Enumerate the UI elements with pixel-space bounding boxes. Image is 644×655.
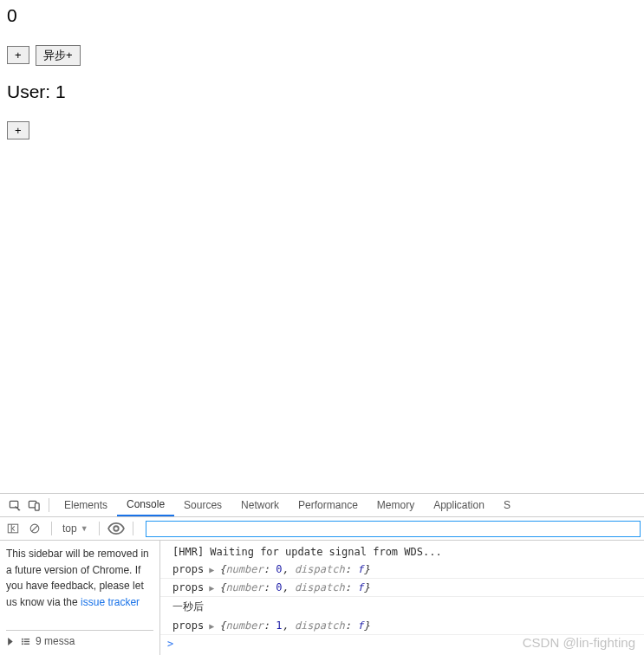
user-label: User: 1: [7, 81, 637, 102]
separator: [49, 498, 49, 512]
svg-line-6: [32, 526, 38, 532]
console-prompt[interactable]: >: [160, 635, 644, 652]
svg-rect-0: [10, 501, 17, 508]
device-toggle-icon[interactable]: [24, 496, 43, 515]
svg-rect-3: [8, 524, 17, 533]
sidebar-notice: This sidebar will be removed in a future…: [6, 546, 153, 610]
disclosure-triangle-icon[interactable]: ▶: [209, 583, 214, 593]
toggle-sidebar-icon[interactable]: [3, 519, 23, 538]
tab-application[interactable]: Application: [424, 495, 494, 516]
log-text: 一秒后: [172, 600, 204, 614]
disclosure-triangle-icon[interactable]: ▶: [209, 565, 214, 574]
tab-overflow[interactable]: S: [494, 495, 520, 516]
separator: [99, 522, 100, 535]
counter-buttons: + 异步+: [7, 45, 637, 66]
issue-tracker-link[interactable]: issue tracker: [81, 596, 140, 608]
tab-memory[interactable]: Memory: [368, 495, 424, 516]
console-sidebar: This sidebar will be removed in a future…: [0, 541, 160, 655]
devtools-panel: Elements Console Sources Network Perform…: [0, 493, 644, 655]
svg-point-8: [22, 639, 23, 640]
user-buttons: +: [7, 121, 637, 139]
svg-point-7: [114, 526, 119, 531]
log-label: props: [172, 563, 204, 575]
live-expression-icon[interactable]: [107, 519, 126, 538]
log-label: props: [172, 619, 204, 632]
separator: [133, 522, 133, 535]
svg-point-10: [22, 641, 23, 643]
sidebar-bottom-row[interactable]: 9 messa: [6, 630, 153, 650]
user-value: 1: [55, 81, 66, 101]
object-preview[interactable]: {number: 0, dispatch: f}: [219, 581, 369, 593]
tab-elements[interactable]: Elements: [55, 495, 117, 516]
user-label-prefix: User:: [7, 81, 55, 101]
chevron-down-icon: ▼: [81, 524, 88, 533]
separator: [51, 522, 52, 535]
svg-rect-2: [35, 503, 39, 509]
inspect-icon[interactable]: [5, 496, 24, 515]
whitespace-filler: [0, 160, 644, 493]
log-row: props ▶ {number: 0, dispatch: f}: [160, 579, 644, 597]
list-icon: [21, 637, 30, 646]
prompt-chevron-icon: >: [167, 638, 173, 650]
tab-sources[interactable]: Sources: [174, 495, 231, 516]
log-row: 一秒后: [160, 597, 644, 617]
sidebar-count-label: 9 messa: [36, 633, 75, 650]
object-preview[interactable]: {number: 1, dispatch: f}: [219, 619, 369, 632]
devtools-body: This sidebar will be removed in a future…: [0, 541, 644, 655]
console-output: [HMR] Waiting for update signal from WDS…: [160, 541, 644, 655]
devtools-tabbar: Elements Console Sources Network Perform…: [0, 494, 644, 517]
svg-rect-11: [24, 641, 29, 642]
log-row: props ▶ {number: 0, dispatch: f}: [160, 561, 644, 579]
log-row: props ▶ {number: 1, dispatch: f}: [160, 617, 644, 635]
log-text: [HMR] Waiting for update signal from WDS…: [172, 546, 442, 558]
increment-button[interactable]: +: [7, 46, 29, 64]
chevron-right-icon: [6, 637, 16, 646]
execution-context-select[interactable]: top ▼: [59, 522, 92, 535]
log-row: [HMR] Waiting for update signal from WDS…: [160, 543, 644, 561]
svg-point-12: [22, 644, 23, 645]
console-toolbar: top ▼: [0, 517, 644, 541]
context-label: top: [62, 522, 77, 535]
clear-console-icon[interactable]: [25, 519, 44, 538]
object-preview[interactable]: {number: 0, dispatch: f}: [219, 563, 369, 575]
disclosure-triangle-icon[interactable]: ▶: [209, 621, 214, 631]
tab-network[interactable]: Network: [231, 495, 289, 516]
tab-performance[interactable]: Performance: [289, 495, 368, 516]
counter-value: 0: [7, 5, 637, 26]
async-increment-button[interactable]: 异步+: [36, 45, 81, 66]
svg-rect-9: [24, 639, 29, 639]
log-label: props: [172, 581, 204, 593]
app-area: 0 + 异步+ User: 1 +: [0, 0, 644, 160]
tab-console[interactable]: Console: [117, 494, 174, 516]
console-filter-input[interactable]: [146, 521, 641, 537]
svg-rect-13: [24, 644, 29, 645]
user-increment-button[interactable]: +: [7, 121, 29, 139]
